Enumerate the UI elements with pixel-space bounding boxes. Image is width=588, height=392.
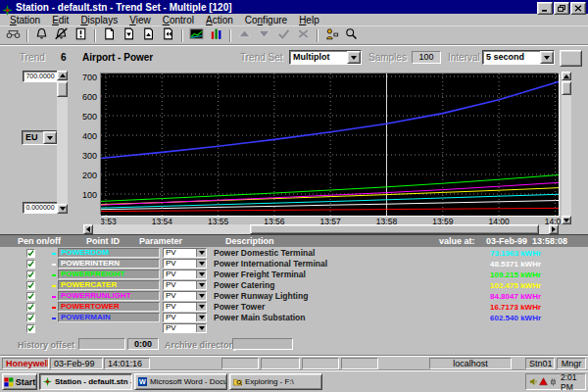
samples-input[interactable]: 100 bbox=[412, 51, 441, 64]
scroll-up-icon[interactable] bbox=[562, 72, 571, 80]
archive-directory-field[interactable] bbox=[232, 338, 293, 350]
col-date: 03-Feb-99 bbox=[486, 236, 527, 246]
scroll-down-icon[interactable] bbox=[562, 216, 571, 224]
station-connect-button[interactable] bbox=[3, 27, 23, 43]
menu-configure[interactable]: Configure bbox=[239, 15, 293, 25]
trend-label: Trend bbox=[20, 52, 45, 63]
pen-table-header: Pen on/off Point ID Parameter Descriptio… bbox=[0, 234, 588, 247]
pen-scrollbar[interactable] bbox=[562, 72, 571, 224]
parameter-select[interactable]: PV bbox=[163, 302, 207, 312]
pen-checkbox[interactable] bbox=[26, 249, 35, 258]
menu-displays[interactable]: Displays bbox=[74, 15, 123, 25]
group-display-button[interactable] bbox=[206, 27, 225, 43]
pen-row: POWERMAINPVPower Main Substation602.540 … bbox=[0, 313, 588, 323]
scrollbar-thumb[interactable] bbox=[562, 81, 571, 95]
chevron-down-icon[interactable] bbox=[196, 303, 206, 311]
range-max-box[interactable]: 700.0000 bbox=[23, 71, 58, 82]
col-description: Description bbox=[225, 236, 274, 246]
message-summary-button[interactable] bbox=[71, 27, 90, 43]
parameter-select[interactable]: PV bbox=[163, 323, 207, 333]
status-blank-cell bbox=[302, 358, 339, 369]
scroll-left-icon[interactable] bbox=[83, 224, 93, 234]
scrollbar-thumb[interactable] bbox=[250, 224, 539, 234]
pen-checkbox[interactable] bbox=[26, 324, 35, 333]
pen-row: POWERRUNLIGHTPVPower Runway Lighting84.8… bbox=[0, 291, 588, 302]
point-id-cell[interactable]: POWERTOWER bbox=[58, 302, 160, 312]
y-tick-label: 200 bbox=[66, 171, 97, 180]
point-id-cell[interactable]: POWERMAIN bbox=[58, 313, 160, 322]
chevron-down-icon[interactable] bbox=[196, 270, 206, 278]
y-tick-label: 600 bbox=[66, 92, 97, 102]
parameter-select[interactable]: PV bbox=[163, 259, 207, 269]
pen-checkbox[interactable] bbox=[26, 292, 35, 301]
page-back-button[interactable] bbox=[158, 27, 177, 43]
parameter-select[interactable]: PV bbox=[163, 280, 207, 290]
plug-tray-icon[interactable] bbox=[549, 377, 558, 386]
raise-button[interactable] bbox=[234, 27, 254, 43]
offset-time-box[interactable]: 0:00 bbox=[127, 338, 159, 350]
chevron-down-icon[interactable] bbox=[540, 51, 554, 64]
menu-edit[interactable]: Edit bbox=[46, 15, 74, 25]
menu-view[interactable]: View bbox=[123, 15, 157, 25]
point-id-cell[interactable]: POWERCATER bbox=[58, 280, 160, 290]
trend-popup-button[interactable] bbox=[560, 50, 582, 67]
scroll-right-icon[interactable] bbox=[549, 224, 559, 234]
point-id-cell[interactable]: POWERDOM bbox=[58, 248, 160, 258]
taskbar-task-1[interactable]: Station - default.stn -... bbox=[39, 373, 132, 390]
pen-checkbox[interactable] bbox=[26, 314, 35, 322]
chevron-down-icon[interactable] bbox=[196, 260, 206, 268]
trend-set-select[interactable]: Multiplot bbox=[289, 50, 362, 65]
parameter-select[interactable]: PV bbox=[163, 291, 207, 301]
chevron-down-icon[interactable] bbox=[347, 51, 361, 64]
interval-select[interactable]: 5 second bbox=[482, 50, 555, 65]
current-value: 73.1963 kWHr bbox=[490, 248, 584, 259]
range-min-box[interactable]: 0.000000 bbox=[23, 202, 58, 214]
chevron-down-icon[interactable] bbox=[43, 131, 57, 144]
chevron-down-icon[interactable] bbox=[196, 249, 206, 257]
toolbar-separator bbox=[317, 29, 318, 42]
operator-button[interactable] bbox=[321, 27, 341, 43]
page-up-icon bbox=[141, 26, 156, 44]
lower-button[interactable] bbox=[254, 27, 273, 43]
alarm-silence-button[interactable] bbox=[51, 27, 71, 43]
page-down-button[interactable] bbox=[119, 27, 138, 43]
taskbar-task-2[interactable]: WMicrosoft Word - Document1 bbox=[134, 373, 227, 390]
menu-help[interactable]: Help bbox=[293, 15, 325, 25]
pen-checkbox[interactable] bbox=[26, 270, 35, 279]
volume-icon[interactable] bbox=[529, 377, 538, 386]
trend-plot[interactable] bbox=[101, 74, 559, 216]
chevron-down-icon[interactable] bbox=[196, 292, 206, 300]
time-scrollbar[interactable] bbox=[83, 224, 559, 234]
alarm-tray-icon[interactable] bbox=[539, 377, 548, 386]
taskbar-task-3[interactable]: Exploring - F:\ bbox=[229, 373, 322, 390]
parameter-select[interactable]: PV bbox=[163, 270, 207, 279]
history-offset-field[interactable] bbox=[78, 338, 125, 350]
pen-checkbox[interactable] bbox=[26, 303, 35, 312]
trend-display-button[interactable] bbox=[186, 27, 206, 43]
page-display-button[interactable] bbox=[99, 27, 119, 43]
chevron-down-icon[interactable] bbox=[196, 324, 206, 332]
alarm-summary-button[interactable] bbox=[31, 27, 51, 43]
pen-checkbox[interactable] bbox=[26, 281, 35, 290]
unit-select[interactable]: EU bbox=[22, 130, 58, 145]
parameter-select[interactable]: PV bbox=[163, 313, 207, 322]
point-id-cell[interactable]: POWERFREIGHT bbox=[58, 270, 160, 279]
menu-action[interactable]: Action bbox=[200, 15, 239, 25]
scroll-down-icon[interactable] bbox=[57, 204, 68, 214]
pen-checkbox[interactable] bbox=[26, 260, 35, 269]
samples-label: Samples bbox=[368, 52, 407, 63]
cancel-button[interactable] bbox=[293, 27, 313, 43]
parameter-select[interactable]: PV bbox=[163, 248, 207, 258]
menu-station[interactable]: Station bbox=[4, 15, 46, 25]
window-titlebar[interactable]: Station - default.stn - Trend Set - Mult… bbox=[0, 0, 588, 14]
current-value: 102.475 kWHr bbox=[490, 280, 584, 291]
accept-button[interactable] bbox=[273, 27, 293, 43]
page-up-button[interactable] bbox=[138, 27, 158, 43]
start-button[interactable]: Start bbox=[2, 373, 37, 390]
find-button[interactable] bbox=[341, 27, 361, 43]
chevron-down-icon[interactable] bbox=[196, 281, 206, 289]
chevron-down-icon[interactable] bbox=[196, 314, 206, 321]
point-id-cell[interactable]: POWERRUNLIGHT bbox=[58, 291, 160, 301]
point-id-cell[interactable]: POWERINTERN bbox=[58, 259, 160, 269]
menu-control[interactable]: Control bbox=[157, 15, 200, 25]
